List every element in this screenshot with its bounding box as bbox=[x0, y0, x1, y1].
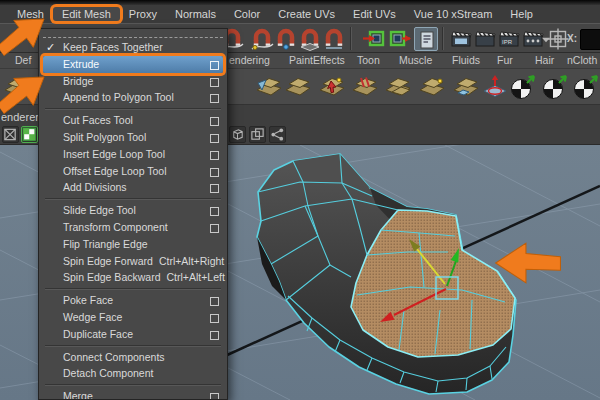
option-box[interactable] bbox=[210, 184, 219, 193]
menubar-item-help[interactable]: Help bbox=[501, 7, 542, 21]
menu-item-transform-component[interactable]: Transform Component bbox=[39, 219, 227, 236]
menu-item-cut-faces-tool[interactable]: Cut Faces Tool bbox=[39, 112, 227, 129]
shelf-tab-fur[interactable]: Fur bbox=[497, 54, 513, 66]
menu-item-bridge[interactable]: Bridge bbox=[39, 73, 227, 90]
menu-tearoff-handle[interactable] bbox=[43, 31, 223, 38]
option-box[interactable] bbox=[210, 134, 219, 143]
menu-item-insert-edge-loop-tool[interactable]: Insert Edge Loop Tool bbox=[39, 146, 227, 163]
option-box[interactable] bbox=[210, 61, 219, 70]
no-texture-display-icon[interactable] bbox=[2, 126, 19, 143]
shelf-tab-ncloth[interactable]: nCloth bbox=[567, 54, 597, 66]
textured-display-icon[interactable] bbox=[21, 126, 38, 143]
inputs-icon[interactable] bbox=[362, 27, 386, 51]
checkmark-icon: ✓ bbox=[46, 39, 55, 56]
shelf-tab-muscle[interactable]: Muscle bbox=[399, 54, 432, 66]
menu-item-label: Spin Edge Forward bbox=[63, 255, 153, 267]
menu-item-label: Keep Faces Together bbox=[63, 41, 163, 53]
shelf-subdiv-icon[interactable] bbox=[572, 73, 600, 101]
menubar-item-mesh[interactable]: Mesh bbox=[8, 7, 53, 21]
menu-item-label: Connect Components bbox=[63, 351, 165, 363]
ipr-render-icon[interactable]: IPR bbox=[498, 27, 522, 51]
shelf-quad-icon[interactable] bbox=[452, 73, 480, 101]
shortcut-label: Ctrl+Alt+Right bbox=[159, 255, 224, 267]
shelf-smooth-icon[interactable] bbox=[509, 73, 537, 101]
menu-item-offset-edge-loop-tool[interactable]: Offset Edge Loop Tool bbox=[39, 163, 227, 180]
shelf-smooth-preview-icon[interactable] bbox=[541, 73, 569, 101]
shelf-tab-fluids[interactable]: Fluids bbox=[452, 54, 480, 66]
snap-to-curve-icon[interactable] bbox=[250, 27, 274, 51]
menubar-item-edit-mesh[interactable]: Edit Mesh bbox=[53, 7, 120, 21]
menu-item-label: Flip Triangle Edge bbox=[63, 238, 148, 250]
menu-item-extrude[interactable]: Extrude bbox=[43, 56, 223, 73]
default-material-icon[interactable] bbox=[229, 126, 246, 143]
option-box[interactable] bbox=[210, 168, 219, 177]
maya-window: MeshEdit MeshProxyNormalsColorCreate UVs… bbox=[0, 0, 600, 400]
menu-item-slide-edge-tool[interactable]: Slide Edge Tool bbox=[39, 202, 227, 219]
shelf-polygon-triangle-icon[interactable] bbox=[255, 73, 283, 101]
outputs-icon[interactable] bbox=[388, 27, 412, 51]
option-box[interactable] bbox=[210, 393, 219, 400]
shelf-cut-faces-icon[interactable] bbox=[351, 73, 379, 101]
menubar-item-proxy[interactable]: Proxy bbox=[120, 7, 166, 21]
menu-item-flip-triangle-edge[interactable]: Flip Triangle Edge bbox=[39, 236, 227, 253]
make-live-icon[interactable] bbox=[322, 27, 346, 51]
menu-item-spin-edge-forward[interactable]: Spin Edge ForwardCtrl+Alt+Right bbox=[39, 253, 227, 270]
shelf-fold-icon[interactable] bbox=[384, 73, 412, 101]
option-box[interactable] bbox=[210, 297, 219, 306]
shelf-combine-icon[interactable] bbox=[284, 73, 312, 101]
shelf-poke-icon[interactable] bbox=[481, 73, 509, 101]
menu-item-poke-face[interactable]: Poke Face bbox=[39, 292, 227, 309]
menu-item-spin-edge-backward[interactable]: Spin Edge BackwardCtrl+Alt+Left bbox=[39, 269, 227, 286]
shelf-tab-toon[interactable]: Toon bbox=[357, 54, 380, 66]
option-box[interactable] bbox=[210, 151, 219, 160]
menu-item-label: Transform Component bbox=[63, 221, 168, 233]
shelf-tab-painteffects[interactable]: PaintEffects bbox=[289, 54, 345, 66]
menu-item-duplicate-face[interactable]: Duplicate Face bbox=[39, 326, 227, 343]
menu-item-connect-components[interactable]: Connect Components bbox=[39, 349, 227, 366]
wireframe-on-shaded-icon[interactable] bbox=[269, 126, 286, 143]
menu-separator bbox=[45, 384, 221, 386]
menubar-item-normals[interactable]: Normals bbox=[166, 7, 225, 21]
render-view-icon[interactable] bbox=[450, 27, 474, 51]
panel-menu-renderer[interactable]: enderer bbox=[1, 111, 39, 123]
shelf-extract-icon[interactable] bbox=[318, 73, 346, 101]
menubar-item-edit-uvs[interactable]: Edit UVs bbox=[344, 7, 405, 21]
menu-item-label: Wedge Face bbox=[63, 311, 122, 323]
menu-item-wedge-face[interactable]: Wedge Face bbox=[39, 309, 227, 326]
snap-to-plane-icon[interactable] bbox=[298, 27, 322, 51]
snap-to-point-icon[interactable] bbox=[274, 27, 298, 51]
option-box[interactable] bbox=[210, 331, 219, 340]
option-box[interactable] bbox=[210, 94, 219, 103]
shelf-tab-endering[interactable]: endering bbox=[229, 54, 270, 66]
menubar-item-vue-10-xstream[interactable]: Vue 10 xStream bbox=[405, 7, 501, 21]
menu-item-keep-faces-together[interactable]: ✓Keep Faces Together bbox=[39, 39, 227, 56]
menubar-item-color[interactable]: Color bbox=[225, 7, 269, 21]
option-box[interactable] bbox=[210, 224, 219, 233]
option-box[interactable] bbox=[210, 314, 219, 323]
menu-item-append-to-polygon-tool[interactable]: Append to Polygon Tool bbox=[39, 89, 227, 106]
shelf-extrude-icon[interactable] bbox=[418, 73, 446, 101]
option-box[interactable] bbox=[210, 117, 219, 126]
toolbar-separator bbox=[442, 27, 444, 50]
shelf-tab-def[interactable]: Def bbox=[15, 54, 31, 66]
menu-separator bbox=[45, 198, 221, 200]
coordinate-input[interactable] bbox=[580, 29, 600, 50]
menu-item-split-polygon-tool[interactable]: Split Polygon Tool bbox=[39, 129, 227, 146]
shelf-tab-hair[interactable]: Hair bbox=[535, 54, 554, 66]
coordinate-mode-icon[interactable] bbox=[546, 27, 570, 51]
menu-item-label: Split Polygon Tool bbox=[63, 131, 146, 143]
option-box[interactable] bbox=[210, 78, 219, 87]
menu-item-detach-component[interactable]: Detach Component bbox=[39, 365, 227, 382]
menubar-item-create-uvs[interactable]: Create UVs bbox=[269, 7, 344, 21]
isolate-select-icon[interactable] bbox=[249, 126, 266, 143]
edit-mesh-dropdown: ✓Keep Faces TogetherExtrudeBridgeAppend … bbox=[38, 28, 228, 400]
menu-item-label: Merge bbox=[63, 390, 93, 400]
menu-item-add-divisions[interactable]: Add Divisions bbox=[39, 179, 227, 196]
construction-history-icon[interactable] bbox=[414, 27, 438, 51]
shelf-polygon-icon[interactable] bbox=[3, 73, 31, 101]
menu-item-merge[interactable]: Merge bbox=[39, 388, 227, 400]
option-box[interactable] bbox=[210, 207, 219, 216]
toolbar-separator bbox=[350, 27, 352, 50]
render-current-frame-icon[interactable] bbox=[474, 27, 498, 51]
svg-text:IPR: IPR bbox=[502, 39, 513, 45]
